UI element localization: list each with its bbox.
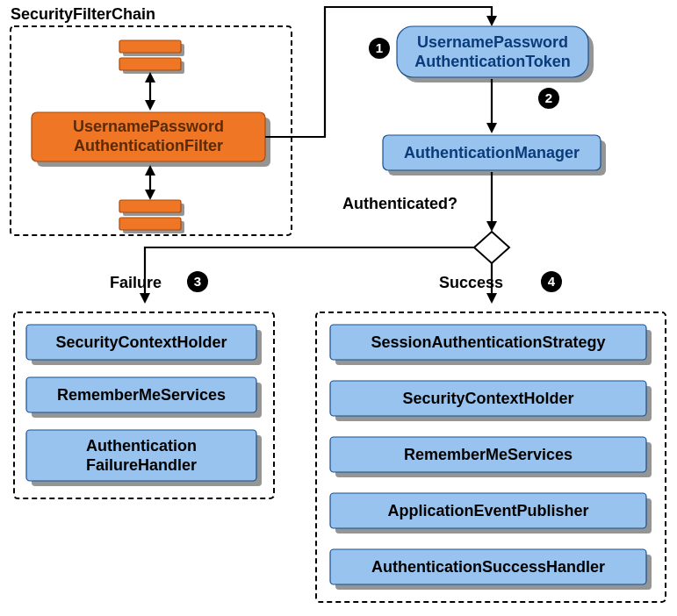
failure-box-2: Authentication FailureHandler: [26, 430, 262, 486]
failure-box-0: SecurityContextHolder: [26, 325, 262, 365]
token-box: UsernamePassword AuthenticationToken: [397, 26, 594, 82]
svg-rect-3: [119, 58, 181, 70]
svg-marker-21: [486, 123, 497, 133]
svg-text:RememberMeServices: RememberMeServices: [404, 446, 573, 463]
svg-marker-28: [140, 293, 150, 304]
svg-marker-27: [486, 293, 497, 304]
token-line1: UsernamePassword: [417, 33, 568, 51]
badge-2: 2: [538, 88, 559, 109]
success-box-3: ApplicationEventPublisher: [330, 493, 652, 534]
svg-marker-16: [486, 16, 497, 26]
success-box-4: AuthenticationSuccessHandler: [330, 549, 652, 590]
failure-label: Failure: [110, 274, 162, 291]
success-label: Success: [439, 274, 503, 291]
filter-chain-title: SecurityFilterChain: [11, 5, 155, 23]
svg-text:FailureHandler: FailureHandler: [86, 456, 197, 474]
svg-text:4: 4: [548, 274, 556, 289]
filter-line2: AuthenticationFilter: [74, 137, 223, 154]
success-box-0: SessionAuthenticationStrategy: [330, 325, 652, 365]
svg-text:AuthenticationSuccessHandler: AuthenticationSuccessHandler: [371, 558, 605, 576]
svg-text:1: 1: [376, 40, 383, 55]
filter-stack-top: [119, 40, 184, 74]
svg-rect-15: [119, 218, 181, 230]
badge-1: 1: [369, 38, 390, 59]
svg-text:SecurityContextHolder: SecurityContextHolder: [55, 333, 227, 351]
svg-marker-26: [486, 221, 497, 232]
filter-line1: UsernamePassword: [73, 118, 224, 135]
decision-label: Authenticated?: [342, 195, 457, 212]
auth-manager-label: AuthenticationManager: [404, 144, 580, 161]
badge-3: 3: [187, 271, 208, 292]
badge-4: 4: [541, 271, 562, 292]
success-box-1: SecurityContextHolder: [330, 381, 652, 421]
token-line2: AuthenticationToken: [414, 53, 571, 70]
username-password-filter-box: UsernamePassword AuthenticationFilter: [32, 112, 270, 167]
failure-box-1: RememberMeServices: [26, 377, 262, 418]
success-box-2: RememberMeServices: [330, 437, 652, 477]
svg-rect-1: [119, 40, 181, 53]
double-arrow-bottom: [145, 165, 155, 200]
filter-stack-bottom: [119, 200, 184, 233]
decision-diamond: [474, 232, 509, 263]
svg-text:3: 3: [194, 274, 201, 289]
svg-text:RememberMeServices: RememberMeServices: [57, 386, 226, 404]
auth-flow-diagram: SecurityFilterChain UsernamePassword Aut…: [0, 0, 677, 616]
auth-manager-box: AuthenticationManager: [383, 135, 606, 175]
double-arrow-top: [145, 72, 155, 111]
svg-rect-13: [119, 200, 181, 212]
svg-marker-11: [145, 190, 155, 200]
svg-marker-6: [145, 100, 155, 111]
svg-text:SessionAuthenticationStrategy: SessionAuthenticationStrategy: [371, 333, 605, 351]
svg-text:ApplicationEventPublisher: ApplicationEventPublisher: [387, 502, 588, 519]
svg-text:SecurityContextHolder: SecurityContextHolder: [402, 390, 573, 407]
svg-text:Authentication: Authentication: [86, 437, 197, 455]
svg-text:2: 2: [545, 90, 552, 105]
